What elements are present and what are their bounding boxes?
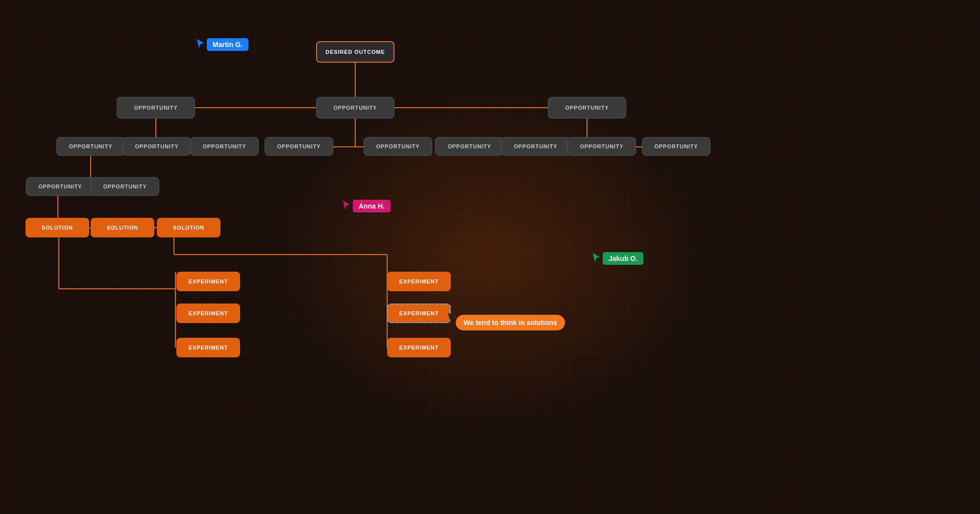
node-solution-1[interactable]: SOLUTION bbox=[25, 218, 89, 237]
tooltip-cursor bbox=[447, 312, 457, 322]
svg-marker-37 bbox=[448, 313, 456, 321]
node-solution-2[interactable]: SOLUTION bbox=[91, 218, 154, 237]
cursor-anna: Anna H. bbox=[342, 200, 391, 212]
node-desired-outcome[interactable]: DESIRED OUTCOME bbox=[316, 41, 394, 63]
node-opp-l2-2[interactable]: OPPORTUNITY bbox=[122, 137, 191, 156]
cursor-tag-jakub: Jakub O. bbox=[603, 252, 643, 265]
node-opp-l3-1[interactable]: OPPORTUNITY bbox=[26, 177, 95, 196]
node-opp-l2-5[interactable]: OPPORTUNITY bbox=[364, 137, 432, 156]
node-experiment-1[interactable]: EXPERIMENT bbox=[176, 272, 240, 291]
node-opp-l2-9[interactable]: OPPORTUNITY bbox=[642, 137, 710, 156]
node-opp-l2-4[interactable]: OPPORTUNITY bbox=[265, 137, 333, 156]
node-experiment-4[interactable]: EXPERIMENT bbox=[387, 272, 451, 291]
node-opp-l3-2[interactable]: OPPORTUNITY bbox=[91, 177, 159, 196]
node-experiment-3[interactable]: EXPERIMENT bbox=[176, 338, 240, 357]
cursor-jakub: Jakub O. bbox=[592, 252, 643, 265]
node-experiment-2[interactable]: EXPERIMENT bbox=[176, 304, 240, 323]
cursor-martin: Martin G. bbox=[196, 38, 248, 51]
cursor-arrow-martin bbox=[196, 38, 205, 49]
svg-marker-34 bbox=[197, 39, 204, 48]
grid-background bbox=[0, 0, 980, 514]
node-opp-l2-7[interactable]: OPPORTUNITY bbox=[501, 137, 570, 156]
svg-marker-35 bbox=[343, 201, 350, 210]
node-experiment-5-selected[interactable]: EXPERIMENT bbox=[387, 304, 451, 323]
svg-marker-36 bbox=[593, 253, 600, 262]
cursor-arrow-jakub bbox=[592, 252, 601, 263]
node-opp-l2-6[interactable]: OPPORTUNITY bbox=[435, 137, 504, 156]
cursor-arrow-anna bbox=[342, 200, 351, 210]
node-opp-l2-1[interactable]: OPPORTUNITY bbox=[56, 137, 125, 156]
node-opp-l2-3[interactable]: OPPORTUNITY bbox=[190, 137, 259, 156]
tooltip-solutions: We tend to think in solutions bbox=[456, 315, 565, 330]
node-solution-3[interactable]: SOLUTION bbox=[157, 218, 220, 237]
node-experiment-6[interactable]: EXPERIMENT bbox=[387, 338, 451, 357]
node-opp-l2-8[interactable]: OPPORTUNITY bbox=[567, 137, 636, 156]
cursor-tag-martin: Martin G. bbox=[207, 38, 248, 51]
node-opp-l1-left[interactable]: OPPORTUNITY bbox=[117, 97, 195, 118]
node-opp-l1-center[interactable]: OPPORTUNITY bbox=[316, 97, 394, 118]
node-opp-l1-right[interactable]: OPPORTUNITY bbox=[548, 97, 626, 118]
cursor-tag-anna: Anna H. bbox=[353, 200, 391, 212]
